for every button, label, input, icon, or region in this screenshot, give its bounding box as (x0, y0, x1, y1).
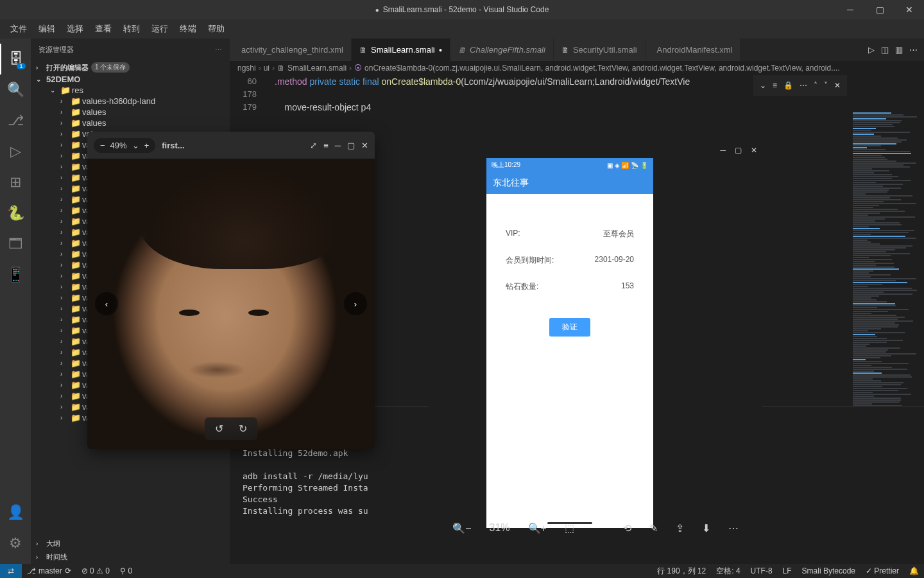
folder-icon: 📁 (60, 85, 69, 95)
open-editors-header[interactable]: › 打开的编辑器 1 个未保存 (31, 61, 230, 74)
more-icon[interactable]: ⋯ (909, 45, 918, 55)
emu-rotate-icon[interactable]: ⟲ (623, 522, 631, 534)
activity-debug-icon[interactable]: ▷ (0, 136, 31, 167)
activity-settings-icon[interactable]: ⚙ (0, 528, 31, 559)
status-prettier[interactable]: ✓ Prettier (860, 566, 904, 577)
chevron-right-icon: › (60, 196, 68, 203)
tab-label: SecurityUtil.smali (573, 45, 637, 55)
activity-explorer-icon[interactable]: 🗄1 (0, 44, 31, 74)
menu-run[interactable]: 运行 (146, 21, 173, 37)
status-language[interactable]: Smali Bytecode (797, 566, 860, 577)
window-minimize-button[interactable]: ─ (835, 0, 865, 19)
status-cursor[interactable]: 行 190，列 12 (652, 566, 711, 577)
find-replace-bar[interactable]: ⌄ ≡ 🔒 ⋯ ˄ ˅ ✕ (753, 75, 847, 96)
modified-dot-icon: ● (439, 47, 442, 53)
chevron-down-icon: ⌄ (36, 76, 44, 83)
menu-icon[interactable]: ≡ (323, 141, 329, 150)
chevron-right-icon: › (60, 207, 68, 214)
emulator-window[interactable]: ─ ▢ ✕ 晚上10:29 ▣ ◈ 📶 📡 🔋 东北往事 VIP:至尊会员 会员… (429, 143, 762, 548)
status-problems[interactable]: ⊘ 0 ⚠ 0 (76, 566, 115, 575)
menu-help[interactable]: 帮助 (203, 21, 230, 37)
emu-edit-icon[interactable]: ✎ (649, 522, 658, 534)
folder-icon: 📁 (71, 140, 80, 150)
status-ports[interactable]: ⚲ 0 (115, 566, 137, 575)
emu-maximize-icon[interactable]: ▢ (735, 146, 742, 155)
activity-scm-icon[interactable]: ⎇ (0, 105, 31, 136)
emu-close-icon[interactable]: ✕ (751, 146, 757, 155)
viewer-maximize-icon[interactable]: ▢ (347, 141, 355, 150)
status-eol[interactable]: LF (778, 566, 797, 577)
viewer-close-icon[interactable]: ✕ (361, 141, 368, 150)
emu-share-icon[interactable]: ⇪ (676, 522, 684, 534)
emu-fit-icon[interactable]: ⬚ (565, 522, 574, 534)
zoom-in-icon[interactable]: + (144, 141, 150, 150)
emu-download-icon[interactable]: ⬇ (702, 522, 710, 534)
editor-tab[interactable]: activity_challenge_third.xml (230, 39, 352, 61)
chevron-right-icon: › (60, 174, 68, 181)
rotate-left-icon[interactable]: ↺ (215, 423, 223, 435)
activity-extensions-icon[interactable]: ⊞ (0, 167, 31, 198)
rotate-right-icon[interactable]: ↻ (239, 423, 247, 435)
editor-tab[interactable]: 🗎SecurityUtil.smali (554, 39, 646, 61)
verify-button[interactable]: 验证 (549, 318, 590, 337)
menu-terminal[interactable]: 终端 (175, 21, 201, 37)
emulator-titlebar: ─ ▢ ✕ (429, 143, 762, 158)
menu-go[interactable]: 转到 (118, 21, 145, 37)
remote-indicator-icon[interactable]: ⇄ (0, 564, 22, 578)
tab-label: SmaliLearn.smali (371, 45, 435, 55)
emu-zoom-in-icon[interactable]: 🔍+ (528, 522, 547, 534)
image-viewer-window[interactable]: − 49% ⌄ + first... ⤢ ≡ ─ ▢ ✕ ‹ › ↺ ↻ (87, 132, 375, 449)
prev-image-button[interactable]: ‹ (95, 292, 118, 315)
editor-tab[interactable]: 🗎SmaliLearn.smali● (352, 39, 450, 61)
activity-device-icon[interactable]: 📱 (0, 259, 31, 290)
window-close-button[interactable]: ✕ (894, 0, 924, 19)
window-maximize-button[interactable]: ▢ (865, 0, 894, 19)
menu-view[interactable]: 查看 (90, 21, 117, 37)
breadcrumb[interactable]: ngshi› ui› 🗎SmaliLearn.smali› ⦿onCreate$… (230, 61, 924, 75)
emu-more-icon[interactable]: ⋯ (728, 522, 739, 534)
tree-folder-item[interactable]: ›📁values (31, 107, 230, 118)
chevron-down-icon[interactable]: ⌄ (760, 81, 766, 90)
next-image-button[interactable]: › (344, 292, 367, 315)
layout-icon[interactable]: ▥ (895, 45, 903, 55)
zoom-out-icon[interactable]: − (100, 141, 105, 150)
find-next-icon[interactable]: ˅ (824, 81, 828, 90)
project-root[interactable]: ⌄ 52DEMO (31, 74, 230, 85)
fullscreen-icon[interactable]: ⤢ (310, 141, 317, 150)
modified-indicator-icon (375, 5, 379, 14)
zoom-value: 49% (110, 141, 127, 150)
tree-folder-item[interactable]: ›📁values-h360dp-land (31, 96, 230, 107)
timeline-header[interactable]: ›时间线 (31, 550, 230, 564)
find-lock-icon[interactable]: 🔒 (783, 81, 793, 90)
emu-zoom-out-icon[interactable]: 🔍− (452, 522, 471, 534)
activity-python-icon[interactable]: 🐍 (0, 198, 31, 229)
editor-tab[interactable]: 🗎ChallengeFifth.smali (450, 39, 554, 61)
menu-file[interactable]: 文件 (5, 21, 32, 37)
find-close-icon[interactable]: ✕ (834, 81, 841, 90)
emu-minimize-icon[interactable]: ─ (720, 146, 726, 155)
image-canvas[interactable]: ‹ › ↺ ↻ (87, 159, 375, 449)
zoom-dropdown-icon[interactable]: ⌄ (132, 141, 139, 150)
menu-edit[interactable]: 编辑 (33, 21, 60, 37)
editor-tab[interactable]: AndroidManifest.xml (646, 39, 741, 61)
activity-project-icon[interactable]: 🗔 (0, 229, 31, 259)
tree-folder-item[interactable]: ›📁values (31, 118, 230, 128)
status-indent[interactable]: 空格: 4 (711, 566, 745, 577)
sidebar-more-icon[interactable]: ⋯ (215, 46, 222, 54)
find-more-icon[interactable]: ⋯ (800, 81, 807, 90)
find-options-icon[interactable]: ≡ (773, 81, 777, 90)
menu-selection[interactable]: 选择 (62, 21, 89, 37)
viewer-minimize-icon[interactable]: ─ (335, 141, 341, 150)
status-branch[interactable]: ⎇ master ⟳ (22, 566, 76, 575)
activity-search-icon[interactable]: 🔍 (0, 74, 31, 105)
activity-accounts-icon[interactable]: 👤 (0, 497, 31, 528)
status-feedback-icon[interactable]: 🔔 (904, 566, 924, 577)
find-prev-icon[interactable]: ˄ (814, 81, 817, 90)
folder-res[interactable]: ⌄ 📁 res (31, 85, 230, 96)
outline-header[interactable]: ›大纲 (31, 537, 230, 550)
status-encoding[interactable]: UTF-8 (746, 566, 778, 577)
folder-icon: 📁 (71, 129, 80, 139)
split-icon[interactable]: ◫ (881, 45, 889, 55)
run-icon[interactable]: ▷ (868, 45, 875, 55)
phone-row-expiry: 会员到期时间:2301-09-20 (506, 255, 634, 266)
